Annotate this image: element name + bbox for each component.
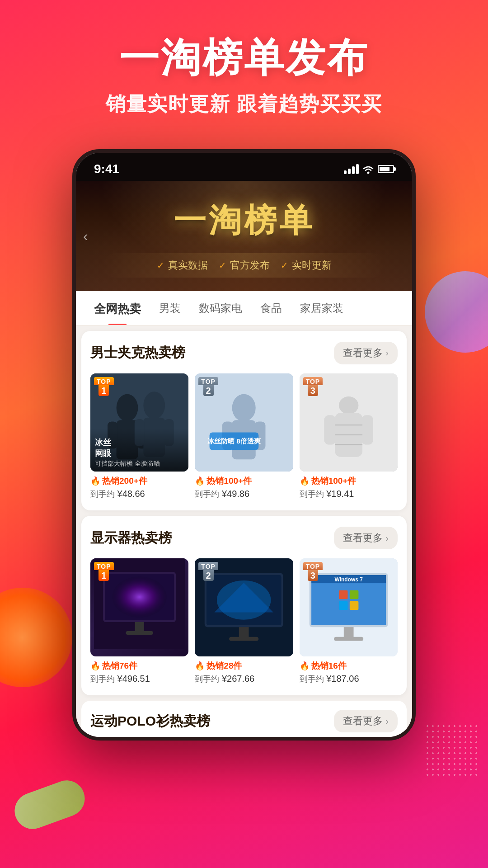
monitor-product-2-image: TOP 2 bbox=[195, 558, 293, 656]
status-icons bbox=[344, 164, 394, 174]
jacket1-label-title: 冰丝网眼 bbox=[95, 438, 184, 459]
rank-badge-jacket-2: TOP 2 bbox=[198, 377, 218, 396]
jacket3-price-label: 到手约 bbox=[300, 490, 324, 499]
svg-rect-21 bbox=[361, 415, 373, 444]
monitor-product-3[interactable]: Windows 7 bbox=[300, 558, 398, 684]
top-label: TOP bbox=[303, 377, 323, 385]
jacket1-label-sub: 可挡部大帽檐 全脸防晒 bbox=[95, 460, 184, 468]
polo-section-title: 运动POLO衫热卖榜 bbox=[90, 712, 210, 731]
bg-dots-pattern bbox=[425, 723, 479, 778]
fire-icon-2: 🔥 bbox=[195, 476, 205, 486]
jacket-product-3-image: TOP 3 bbox=[300, 373, 398, 472]
tab-all-hot[interactable]: 全网热卖 bbox=[85, 291, 150, 325]
monitor-product-2[interactable]: TOP 2 🔥 热销28件 到手约 ¥267.66 bbox=[195, 558, 293, 684]
banner-tag-label-2: 官方发布 bbox=[230, 259, 270, 272]
check-icon-1: ✓ bbox=[157, 260, 164, 271]
banner[interactable]: ‹ 一淘榜单 ✓ 真实数据 ✓ 官方发布 ✓ 实时更新 bbox=[76, 181, 412, 291]
svg-point-2 bbox=[117, 394, 138, 421]
jacket3-price-value: ¥19.41 bbox=[326, 489, 354, 499]
monitor1-hot-text: 热销76件 bbox=[102, 660, 137, 672]
bg-blob-purple bbox=[425, 271, 488, 353]
jacket-product-2[interactable]: 冰丝防晒 8倍透爽 TOP 2 🔥 热销100+件 bbox=[195, 373, 293, 500]
monitor-product-grid: TOP 1 🔥 热销76件 到手约 ¥496.51 bbox=[90, 558, 398, 684]
monitor2-info: 🔥 热销28件 到手约 ¥267.66 bbox=[195, 660, 293, 684]
monitor3-info: 🔥 热销16件 到手约 ¥187.06 bbox=[300, 660, 398, 684]
monitor3-price: 到手约 ¥187.06 bbox=[300, 674, 398, 684]
check-icon-2: ✓ bbox=[219, 260, 226, 271]
monitor3-hot-text: 热销16件 bbox=[311, 660, 347, 672]
jacket2-hot-badge: 🔥 热销100+件 bbox=[195, 475, 252, 487]
top-label: TOP bbox=[94, 562, 114, 570]
monitor1-hot-badge: 🔥 热销76件 bbox=[90, 660, 137, 672]
tab-electronics[interactable]: 数码家电 bbox=[190, 291, 251, 325]
polo-see-more-label: 查看更多 bbox=[343, 714, 383, 728]
rank-badge-jacket-1: TOP 1 bbox=[94, 377, 114, 396]
chevron-right-icon-2: › bbox=[385, 533, 389, 543]
banner-tag-1: ✓ 真实数据 bbox=[157, 259, 208, 272]
monitor2-price-label: 到手约 bbox=[195, 675, 219, 684]
rank-badge-jacket-3: TOP 3 bbox=[303, 377, 323, 396]
monitor-section-header: 显示器热卖榜 查看更多 › bbox=[90, 527, 398, 549]
polo-see-more-button[interactable]: 查看更多 › bbox=[334, 710, 398, 732]
svg-rect-37 bbox=[229, 637, 258, 641]
svg-rect-46 bbox=[339, 601, 348, 610]
polo-section-header: 运动POLO衫热卖榜 查看更多 › bbox=[81, 701, 407, 737]
jacket3-hot-text: 热销100+件 bbox=[311, 475, 357, 487]
jacket2-info: 🔥 热销100+件 到手约 ¥49.86 bbox=[195, 475, 293, 500]
monitor2-price-value: ¥267.66 bbox=[222, 674, 254, 684]
battery-icon bbox=[378, 165, 394, 173]
svg-rect-29 bbox=[135, 622, 144, 632]
jacket1-price-value: ¥48.66 bbox=[117, 489, 145, 499]
promo-header: 一淘榜单发布 销量实时更新 跟着趋势买买买 bbox=[0, 0, 488, 136]
jacket-section-header: 男士夹克热卖榜 查看更多 › bbox=[90, 342, 398, 364]
svg-rect-48 bbox=[343, 627, 353, 638]
svg-rect-36 bbox=[239, 627, 249, 638]
promo-subtitle: 销量实时更新 跟着趋势买买买 bbox=[27, 91, 461, 118]
jacket-product-1[interactable]: TOP 1 冰丝网眼 可挡部大帽檐 全脸防晒 🔥 热销200+件 bbox=[90, 373, 188, 500]
monitor-product-1-image: TOP 1 bbox=[90, 558, 188, 656]
jacket-product-grid: TOP 1 冰丝网眼 可挡部大帽檐 全脸防晒 🔥 热销200+件 bbox=[90, 373, 398, 500]
phone-mockup: 9:41 ‹ 一淘榜单 bbox=[72, 149, 416, 741]
svg-rect-43 bbox=[311, 583, 386, 625]
wifi-icon bbox=[362, 164, 374, 174]
tab-mens[interactable]: 男装 bbox=[150, 291, 190, 325]
svg-rect-30 bbox=[126, 631, 153, 635]
svg-rect-45 bbox=[349, 590, 358, 599]
jacket1-label-overlay: 冰丝网眼 可挡部大帽檐 全脸防晒 bbox=[90, 429, 188, 472]
bg-blob-green bbox=[9, 775, 90, 834]
bg-blob-orange bbox=[0, 588, 72, 687]
top-label: TOP bbox=[198, 562, 218, 570]
svg-rect-49 bbox=[334, 637, 363, 641]
svg-rect-47 bbox=[349, 601, 358, 610]
chevron-right-icon: › bbox=[385, 348, 389, 358]
jacket-see-more-button[interactable]: 查看更多 › bbox=[334, 342, 398, 364]
monitor3-price-value: ¥187.06 bbox=[326, 674, 359, 684]
jacket1-info: 🔥 热销200+件 到手约 ¥48.66 bbox=[90, 475, 188, 500]
monitor-section-title: 显示器热卖榜 bbox=[90, 529, 172, 547]
svg-text:冰丝防晒 8倍透爽: 冰丝防晒 8倍透爽 bbox=[207, 437, 261, 445]
fire-icon-1: 🔥 bbox=[90, 476, 100, 486]
tab-home[interactable]: 家居家装 bbox=[291, 291, 352, 325]
svg-point-0 bbox=[367, 171, 370, 174]
monitor2-hot-badge: 🔥 热销28件 bbox=[195, 660, 242, 672]
fire-icon-3: 🔥 bbox=[300, 476, 310, 486]
status-time: 9:41 bbox=[94, 162, 119, 176]
monitor-see-more-button[interactable]: 查看更多 › bbox=[334, 527, 398, 549]
status-bar: 9:41 bbox=[76, 153, 412, 181]
monitor-product-3-image: Windows 7 bbox=[300, 558, 398, 656]
jacket1-hot-badge: 🔥 热销200+件 bbox=[90, 475, 147, 487]
jacket-product-3[interactable]: TOP 3 🔥 热销100+件 到手约 ¥19.41 bbox=[300, 373, 398, 500]
monitor-product-1[interactable]: TOP 1 🔥 热销76件 到手约 ¥496.51 bbox=[90, 558, 188, 684]
banner-content: 一淘榜单 ✓ 真实数据 ✓ 官方发布 ✓ 实时更新 bbox=[76, 181, 412, 291]
monitor3-price-label: 到手约 bbox=[300, 675, 324, 684]
rank-badge-monitor-2: TOP 2 bbox=[198, 562, 218, 581]
banner-nav-left-icon[interactable]: ‹ bbox=[83, 227, 88, 244]
tab-food[interactable]: 食品 bbox=[251, 291, 291, 325]
chevron-right-icon-3: › bbox=[385, 716, 389, 726]
svg-point-6 bbox=[143, 392, 165, 419]
jacket2-price: 到手约 ¥49.86 bbox=[195, 489, 293, 500]
jacket3-info: 🔥 热销100+件 到手约 ¥19.41 bbox=[300, 475, 398, 500]
monitor2-price: 到手约 ¥267.66 bbox=[195, 674, 293, 684]
svg-text:Windows 7: Windows 7 bbox=[334, 576, 363, 583]
top-label: TOP bbox=[94, 377, 114, 385]
